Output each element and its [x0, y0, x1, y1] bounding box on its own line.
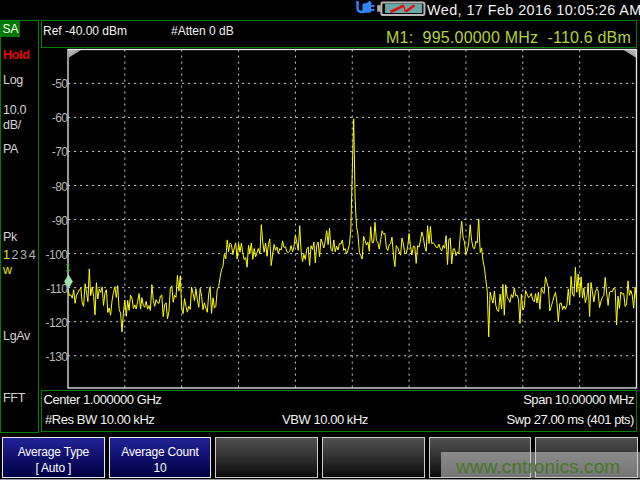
svg-text:-120: -120	[45, 316, 68, 330]
svg-text:-110: -110	[46, 282, 68, 296]
svg-text:-50: -50	[52, 77, 69, 91]
svg-text:-70: -70	[52, 145, 69, 159]
svg-text:-90: -90	[52, 214, 69, 228]
svg-text:1: 1	[65, 261, 71, 273]
svg-text:-60: -60	[52, 111, 69, 125]
svg-text:-80: -80	[52, 180, 69, 194]
svg-text:-100: -100	[45, 248, 68, 262]
svg-text:-130: -130	[45, 350, 68, 364]
